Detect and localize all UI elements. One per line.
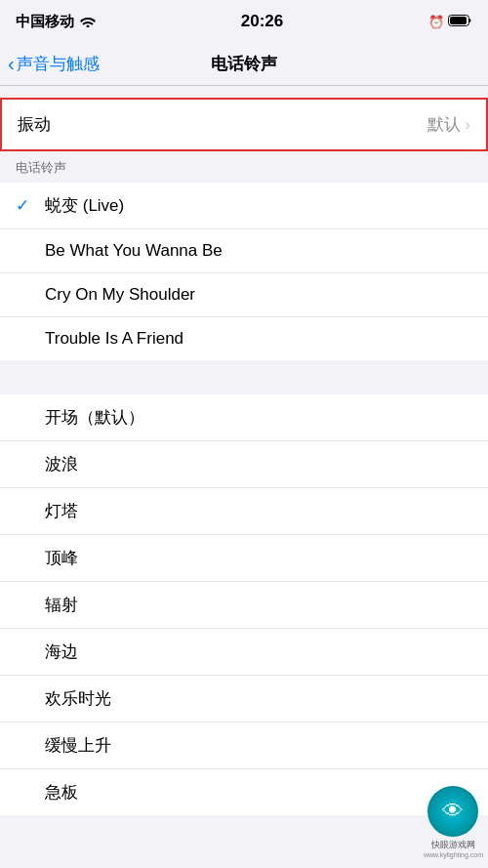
vibration-value: 默认 <box>427 113 461 136</box>
system-ringtone-label: 缓慢上升 <box>45 723 472 768</box>
list-item[interactable]: ✓ 蜕变 (Live) <box>0 183 488 229</box>
battery-icon <box>448 15 472 29</box>
wifi-icon <box>80 14 96 30</box>
list-item[interactable]: 辐射 <box>0 582 488 629</box>
page-title: 电话铃声 <box>211 53 277 75</box>
vibration-row[interactable]: 振动 默认 › <box>2 100 486 149</box>
ringtones-list: ✓ 蜕变 (Live) Be What You Wanna Be Cry On … <box>0 183 488 360</box>
svg-rect-1 <box>450 17 467 24</box>
list-item[interactable]: 开场（默认） <box>0 394 488 441</box>
list-item[interactable]: 灯塔 <box>0 488 488 535</box>
nav-bar: ‹ 声音与触感 电话铃声 <box>0 43 488 86</box>
vibration-section: 振动 默认 › <box>0 98 488 151</box>
section-separator <box>0 360 488 394</box>
back-button[interactable]: ‹ 声音与触感 <box>8 53 100 75</box>
list-item[interactable]: Be What You Wanna Be <box>0 229 488 273</box>
carrier-label: 中国移动 <box>16 13 74 31</box>
system-ringtone-label: 开场（默认） <box>45 394 472 440</box>
system-ringtone-label: 辐射 <box>45 582 472 628</box>
vibration-label: 振动 <box>18 113 51 136</box>
status-bar: 中国移动 20:26 ⏰ <box>0 0 488 43</box>
system-ringtone-label: 波浪 <box>45 441 472 487</box>
back-label: 声音与触感 <box>17 53 100 75</box>
system-ringtone-label: 海边 <box>45 629 472 675</box>
list-item[interactable]: 海边 <box>0 629 488 676</box>
status-bar-time: 20:26 <box>241 12 283 31</box>
system-ringtone-label: 急板 <box>45 769 472 815</box>
list-item[interactable]: 顶峰 <box>0 535 488 582</box>
ringtone-label: 蜕变 (Live) <box>45 183 472 228</box>
ringtone-label: Trouble Is A Friend <box>45 317 472 360</box>
system-ringtone-label: 欢乐时光 <box>45 676 472 722</box>
vibration-chevron-icon: › <box>465 115 470 135</box>
section-header: 电话铃声 <box>0 151 488 183</box>
system-ringtones-list: 开场（默认） 波浪 灯塔 顶峰 辐射 海边 欢乐时光 缓慢上升 <box>0 394 488 815</box>
list-item[interactable]: 波浪 <box>0 441 488 488</box>
list-item[interactable]: 欢乐时光 <box>0 676 488 723</box>
checkmark-icon: ✓ <box>16 195 45 216</box>
watermark: 👁 快眼游戏网 www.kylighting.com <box>424 786 483 858</box>
ringtone-label: Cry On My Shoulder <box>45 273 472 316</box>
list-item[interactable]: 缓慢上升 <box>0 723 488 769</box>
back-chevron-icon: ‹ <box>8 54 15 73</box>
list-item[interactable]: 急板 <box>0 769 488 815</box>
vibration-right: 默认 › <box>427 113 470 136</box>
system-ringtone-label: 顶峰 <box>45 535 472 581</box>
status-bar-right: ⏰ <box>428 15 472 29</box>
ringtone-label: Be What You Wanna Be <box>45 229 472 272</box>
content: 振动 默认 › 电话铃声 ✓ 蜕变 (Live) Be What You Wan… <box>0 98 488 815</box>
list-item[interactable]: Trouble Is A Friend <box>0 317 488 360</box>
alarm-icon: ⏰ <box>428 15 444 29</box>
system-ringtone-label: 灯塔 <box>45 488 472 534</box>
list-item[interactable]: Cry On My Shoulder <box>0 273 488 317</box>
status-bar-left: 中国移动 <box>16 13 96 31</box>
